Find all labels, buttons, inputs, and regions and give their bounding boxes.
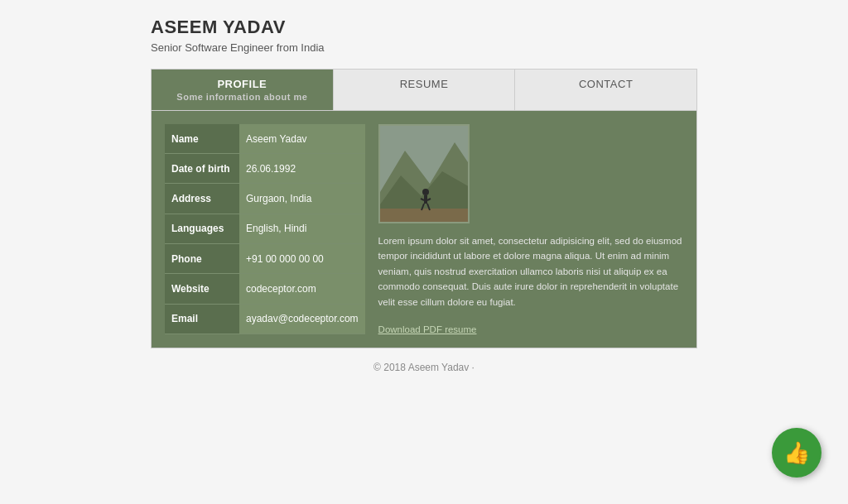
svg-rect-5 xyxy=(424,195,427,204)
table-row: Date of birth 26.06.1992 xyxy=(165,154,365,184)
info-table: Name Aseem Yadav Date of birth 26.06.199… xyxy=(165,124,365,334)
table-row: Name Aseem Yadav xyxy=(165,124,365,154)
value-address: Gurgaon, India xyxy=(239,184,365,214)
value-website: codeceptor.com xyxy=(239,274,365,304)
download-pdf-link[interactable]: Download PDF resume xyxy=(378,324,683,334)
label-languages: Languages xyxy=(165,214,239,243)
page-subtitle: Senior Software Engineer from India xyxy=(151,41,697,54)
label-email: Email xyxy=(165,304,239,334)
tab-profile[interactable]: PROFILE Some information about me xyxy=(152,70,334,110)
value-languages: English, Hindi xyxy=(239,214,365,243)
profile-content: Name Aseem Yadav Date of birth 26.06.199… xyxy=(152,111,696,348)
label-name: Name xyxy=(165,124,239,154)
bio-text: Lorem ipsum dolor sit amet, consectetur … xyxy=(378,233,683,310)
profile-photo xyxy=(378,124,470,223)
footer: © 2018 Aseem Yadav · xyxy=(151,362,697,373)
label-phone: Phone xyxy=(165,243,239,273)
table-row: Phone +91 00 000 00 00 xyxy=(165,243,365,273)
value-dob: 26.06.1992 xyxy=(239,154,365,184)
value-email: ayadav@codeceptor.com xyxy=(239,304,365,334)
table-row: Languages English, Hindi xyxy=(165,214,365,243)
tab-contact[interactable]: CONTACT xyxy=(515,70,696,110)
right-section: Lorem ipsum dolor sit amet, consectetur … xyxy=(378,124,683,334)
svg-point-4 xyxy=(422,189,429,195)
top-right xyxy=(378,124,683,223)
table-row: Email ayadav@codeceptor.com xyxy=(165,304,365,334)
label-address: Address xyxy=(165,184,239,214)
tab-bar: PROFILE Some information about me RESUME… xyxy=(152,70,696,111)
table-row: Address Gurgaon, India xyxy=(165,184,365,214)
value-phone: +91 00 000 00 00 xyxy=(239,243,365,273)
main-card: PROFILE Some information about me RESUME… xyxy=(151,69,697,348)
tab-resume[interactable]: RESUME xyxy=(334,70,516,110)
value-name: Aseem Yadav xyxy=(239,124,365,154)
page-title: ASEEM YADAV xyxy=(151,17,697,38)
label-dob: Date of birth xyxy=(165,154,239,184)
svg-rect-3 xyxy=(380,209,470,223)
label-website: Website xyxy=(165,274,239,304)
table-row: Website codeceptor.com xyxy=(165,274,365,304)
